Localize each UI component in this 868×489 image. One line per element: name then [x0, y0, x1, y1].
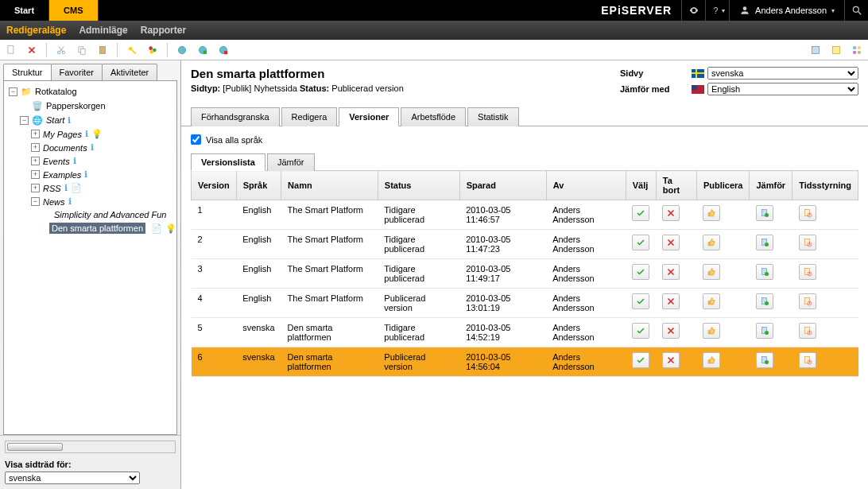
expander-icon[interactable]: −: [20, 116, 29, 125]
publish-button[interactable]: [703, 264, 720, 280]
mode-admin[interactable]: Adminläge: [79, 25, 127, 36]
col-header: Språk: [236, 171, 281, 200]
permissions-icon[interactable]: [124, 42, 140, 58]
bulb-icon: 💡: [91, 129, 103, 139]
delete-button[interactable]: [662, 205, 680, 221]
inner-tab-versionlist[interactable]: Versionslista: [191, 153, 265, 171]
publish-button[interactable]: [703, 323, 720, 339]
table-cell: 2010-03-05 14:56:04: [459, 347, 546, 377]
expander-icon[interactable]: −: [31, 197, 40, 206]
select-button[interactable]: [632, 235, 649, 250]
table-cell: Anders Andersson: [546, 230, 626, 259]
schedule-button[interactable]: [799, 352, 816, 368]
folder-icon: 📁: [21, 86, 32, 97]
tree-recycle[interactable]: Papperskorgen: [46, 101, 106, 111]
publish-button[interactable]: [703, 352, 720, 368]
compare-button[interactable]: [756, 323, 773, 339]
compare-button[interactable]: [756, 293, 773, 309]
table-cell: 2010-03-05 11:47:23: [459, 230, 546, 259]
publish-button[interactable]: [703, 205, 720, 221]
copy-icon[interactable]: [74, 42, 90, 58]
expander-icon[interactable]: −: [9, 87, 17, 96]
mode-reports[interactable]: Rapporter: [141, 25, 186, 36]
select-button[interactable]: [632, 323, 649, 339]
tree-news[interactable]: News: [43, 197, 65, 207]
schedule-button[interactable]: [799, 235, 816, 250]
show-all-languages-checkbox[interactable]: [191, 134, 201, 145]
panel2-icon[interactable]: [828, 42, 844, 58]
tree-documents[interactable]: Documents: [43, 143, 87, 153]
schedule-button[interactable]: [799, 205, 816, 221]
svg-rect-8: [100, 46, 106, 53]
user-menu[interactable]: Anders Andersson ▾: [729, 0, 844, 21]
tree-start[interactable]: Start: [46, 115, 64, 125]
panel3-icon[interactable]: [849, 42, 865, 58]
compare-button[interactable]: [756, 352, 773, 368]
flag-us-icon: [692, 85, 704, 94]
expander-icon[interactable]: +: [31, 157, 40, 165]
eye-icon[interactable]: [681, 0, 705, 21]
compare-button[interactable]: [756, 264, 773, 280]
search-icon[interactable]: [844, 0, 868, 21]
sidebar-tab-activities[interactable]: Aktiviteter: [102, 64, 157, 80]
tab-statistics[interactable]: Statistik: [467, 107, 519, 126]
cut-icon[interactable]: [53, 42, 69, 58]
svg-point-41: [765, 331, 769, 335]
tab-start[interactable]: Start: [0, 0, 49, 21]
svg-rect-19: [832, 46, 839, 53]
tree-mypages[interactable]: My Pages: [43, 130, 82, 139]
col-header: Status: [378, 171, 459, 200]
delete-button[interactable]: [662, 323, 680, 339]
tree-simplicity[interactable]: Simplicity and Advanced Fun: [54, 210, 166, 219]
compare-button[interactable]: [756, 235, 773, 250]
horizontal-scrollbar[interactable]: [5, 440, 176, 453]
expander-icon[interactable]: +: [31, 130, 40, 138]
expander-icon[interactable]: +: [31, 184, 40, 192]
globe3-icon[interactable]: [215, 42, 231, 58]
paste-icon[interactable]: [95, 42, 110, 58]
inner-tab-compare[interactable]: Jämför: [267, 153, 315, 171]
globe1-icon[interactable]: [174, 42, 190, 58]
schedule-button[interactable]: [799, 323, 816, 339]
delete-button[interactable]: [662, 293, 680, 309]
select-button[interactable]: [632, 352, 649, 368]
tree-rss[interactable]: RSS: [43, 184, 61, 193]
select-button[interactable]: [632, 264, 649, 280]
publish-button[interactable]: [703, 235, 720, 250]
tree-den-smarta[interactable]: Den smarta plattformen: [49, 223, 145, 234]
recycle-icon: 🗑️: [32, 100, 43, 111]
mode-edit[interactable]: Redigeraläge: [6, 25, 66, 36]
sidebar-tab-structure[interactable]: Struktur: [3, 64, 52, 80]
select-button[interactable]: [632, 205, 649, 221]
new-page-icon[interactable]: [3, 42, 19, 58]
expander-icon[interactable]: +: [31, 170, 40, 179]
delete-button[interactable]: [662, 235, 680, 250]
schedule-button[interactable]: [799, 264, 816, 280]
select-button[interactable]: [632, 293, 649, 309]
tree-root[interactable]: Rotkatalog: [35, 87, 77, 96]
tab-workflow[interactable]: Arbetsflöde: [401, 107, 466, 126]
sidebar-tab-favorites[interactable]: Favoriter: [51, 64, 103, 80]
delete-button[interactable]: [662, 352, 680, 368]
tree-examples[interactable]: Examples: [43, 170, 81, 180]
tab-edit[interactable]: Redigera: [281, 107, 338, 126]
jamfor-select[interactable]: English: [707, 83, 858, 95]
schedule-button[interactable]: [799, 293, 816, 309]
dynamic-icon[interactable]: [145, 42, 161, 58]
table-cell: Den smarta plattformen: [281, 318, 378, 347]
globe2-icon[interactable]: [195, 42, 211, 58]
expander-icon[interactable]: +: [31, 143, 40, 152]
delete-button[interactable]: [662, 264, 680, 280]
compare-button[interactable]: [756, 205, 773, 221]
tab-preview[interactable]: Förhandsgranska: [191, 107, 280, 126]
panel1-icon[interactable]: [808, 42, 823, 58]
help-icon[interactable]: ?▾: [705, 0, 729, 21]
col-header: Ta bort: [656, 171, 696, 200]
tree-events[interactable]: Events: [43, 157, 70, 166]
show-tree-select[interactable]: svenska: [5, 472, 140, 484]
tab-cms[interactable]: CMS: [49, 0, 98, 21]
publish-button[interactable]: [703, 293, 720, 309]
sidvy-select[interactable]: svenska: [707, 67, 858, 80]
tab-versions[interactable]: Versioner: [339, 107, 399, 126]
delete-icon[interactable]: [24, 42, 40, 58]
